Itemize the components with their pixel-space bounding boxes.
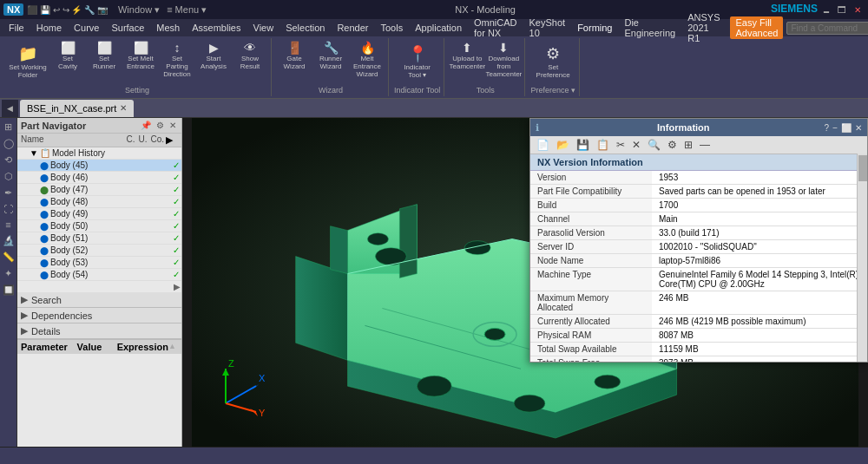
menu-curve[interactable]: Curve <box>69 22 104 34</box>
info-tb-minus[interactable]: — <box>697 138 713 152</box>
info-scroll-area[interactable]: Version1953Part File CompatibilitySaved … <box>530 171 867 362</box>
icon-bar-btn-4[interactable]: ⬡ <box>3 169 15 184</box>
upload-teamcenter-button[interactable]: ⬆ Upload toTeamcenter <box>450 40 484 84</box>
info-tb-save[interactable]: 💾 <box>574 138 592 152</box>
menu-tools[interactable]: Tools <box>376 22 409 34</box>
icon-bar-btn-6[interactable]: ⛶ <box>2 202 15 216</box>
icon-bar-btn-5[interactable]: ✒ <box>3 186 14 200</box>
sidebar-close-button[interactable]: ✕ <box>168 120 178 131</box>
find-command-input[interactable] <box>786 22 868 35</box>
menu-ansys[interactable]: ANSYS 2021 R1 <box>682 11 725 44</box>
nav-item-body-47[interactable]: ⬤ Body (47) ✓ <box>17 184 181 196</box>
nav-section-dependencies[interactable]: ▶ Dependencies <box>17 308 181 323</box>
menu-keyshot[interactable]: KeyShot 10 <box>524 16 571 39</box>
download-teamcenter-label: Download fromTeamcenter <box>485 56 522 78</box>
runner-wizard-button[interactable]: 🔧 RunnerWizard <box>313 40 348 84</box>
easy-fill-button[interactable]: Easy Fill Advanced <box>730 16 783 39</box>
nav-item-body-45[interactable]: ⬤ Body (45) ✓ <box>17 160 181 172</box>
set-melt-entrance-button[interactable]: ⬜ Set MeltEntrance <box>123 40 158 84</box>
info-tb-cut[interactable]: ✂ <box>614 138 628 152</box>
sidebar-title: Part Navigator <box>21 121 86 131</box>
nav-item-body-53[interactable]: ⬤ Body (53) ✓ <box>17 257 181 269</box>
info-row-value: Saved parts can be opened in 1953 or lat… <box>652 185 867 199</box>
menu-assemblies[interactable]: Assemblies <box>187 22 246 34</box>
viewport[interactable]: X Y Z ℹ Information ? − ⬜ ✕ 📄 📂 <box>182 118 868 464</box>
minimize-button[interactable]: 🗕 <box>819 3 833 16</box>
nav-item-body-50[interactable]: ⬤ Body (50) ✓ <box>17 220 181 232</box>
param-col-sort[interactable]: ▲ <box>168 342 178 352</box>
gate-wizard-button[interactable]: 🚪 GateWizard <box>277 40 312 84</box>
info-tb-table[interactable]: ⊞ <box>681 138 695 152</box>
menu-surface[interactable]: Surface <box>106 22 149 34</box>
menu-omnicad[interactable]: OmniCAD for NX <box>469 16 523 39</box>
menu-file[interactable]: File <box>3 22 30 34</box>
nav-scroll-right[interactable]: ▶ <box>17 281 181 292</box>
nav-section-details[interactable]: ▶ Details <box>17 323 181 339</box>
nav-scroll-arrow[interactable]: ▶ <box>166 134 180 146</box>
set-preference-button[interactable]: ⚙ SetPreference <box>532 40 574 84</box>
nav-body-51-check: ✓ <box>173 233 180 243</box>
menu-forming[interactable]: Forming <box>572 22 617 34</box>
info-close-button[interactable]: ✕ <box>855 123 862 133</box>
menu-menu[interactable]: ≡ Menu ▾ <box>167 4 207 16</box>
upload-teamcenter-label: Upload toTeamcenter <box>449 56 485 71</box>
sidebar-header-icons: 📌 ⚙ ✕ <box>139 120 178 131</box>
icon-bar-btn-2[interactable]: ◯ <box>2 136 16 151</box>
show-result-button[interactable]: 👁 ShowResult <box>233 40 267 84</box>
icon-bar-btn-3[interactable]: ⟲ <box>3 153 14 167</box>
maximize-button[interactable]: 🗖 <box>835 3 849 16</box>
menu-view[interactable]: View <box>248 22 279 34</box>
nav-item-body-49[interactable]: ⬤ Body (49) ✓ <box>17 208 181 220</box>
menu-mesh[interactable]: Mesh <box>151 22 185 34</box>
info-maximize-button[interactable]: ⬜ <box>841 123 852 133</box>
menu-selection[interactable]: Selection <box>280 22 330 34</box>
icon-bar-btn-8[interactable]: 🔬 <box>1 233 16 248</box>
indicator-tool-button[interactable]: 📍 Indicator Tool ▾ <box>397 40 438 84</box>
file-tab-close[interactable]: ✕ <box>120 103 127 113</box>
nav-item-body-51[interactable]: ⬤ Body (51) ✓ <box>17 232 181 245</box>
info-tb-new[interactable]: 📄 <box>534 138 552 152</box>
file-tab-active[interactable]: BSE_in_NX_case.prt ✕ <box>20 100 134 117</box>
info-tb-find[interactable]: 🔍 <box>645 138 663 152</box>
icon-bar-btn-10[interactable]: ✦ <box>3 266 14 281</box>
nav-item-body-46[interactable]: ⬤ Body (46) ✓ <box>17 172 181 184</box>
icon-bar-btn-7[interactable]: ≡ <box>3 218 12 232</box>
menu-die[interactable]: Die Engineering <box>619 16 681 39</box>
icon-bar-btn-11[interactable]: 🔲 <box>1 283 16 297</box>
set-runner-button[interactable]: ⬜ SetRunner <box>87 40 122 84</box>
svg-text:Z: Z <box>228 360 234 369</box>
nav-body-46-icon: ⬤ <box>40 173 49 182</box>
window-menu[interactable]: Window ▾ <box>118 4 160 16</box>
info-scrollbar-thumb[interactable] <box>858 155 867 181</box>
nav-body-54-label: Body (54) <box>50 270 171 279</box>
menu-render[interactable]: Render <box>332 22 373 34</box>
close-button[interactable]: ✕ <box>851 3 865 16</box>
info-tb-copy[interactable]: 📋 <box>594 138 612 152</box>
nav-item-body-54[interactable]: ⬤ Body (54) ✓ <box>17 269 181 281</box>
set-parting-direction-button[interactable]: ↕ Set PartingDirection <box>160 40 194 84</box>
info-minimize-button[interactable]: − <box>832 123 838 133</box>
set-cavity-button[interactable]: ⬜ SetCavity <box>50 40 85 84</box>
sidebar-pin-button[interactable]: 📌 <box>139 120 153 131</box>
nav-item-model-history[interactable]: ▼ 📋 Model History <box>17 147 181 160</box>
nav-item-body-48[interactable]: ⬤ Body (48) ✓ <box>17 196 181 208</box>
melt-entrance-wizard-button[interactable]: 🔥 Melt EntranceWizard <box>350 40 385 84</box>
set-working-folder-button[interactable]: 📁 Set WorkingFolder <box>7 40 49 84</box>
start-analysis-button[interactable]: ▶ StartAnalysis <box>196 40 231 84</box>
menu-application[interactable]: Application <box>410 22 467 34</box>
icon-bar-btn-9[interactable]: 📏 <box>1 250 16 265</box>
info-tb-delete[interactable]: ✕ <box>629 138 643 152</box>
indicator-label: Indicator Tool <box>394 86 440 95</box>
nav-item-body-52[interactable]: ⬤ Body (52) ✓ <box>17 245 181 257</box>
nav-col-name: Name <box>19 134 124 146</box>
info-help-button[interactable]: ? <box>825 123 830 133</box>
info-scrollbar[interactable] <box>857 154 867 362</box>
nav-body-54-icon: ⬤ <box>40 271 49 279</box>
info-tb-open[interactable]: 📂 <box>554 138 572 152</box>
sidebar-settings-button[interactable]: ⚙ <box>155 120 166 131</box>
menu-home[interactable]: Home <box>31 22 67 34</box>
nav-section-search[interactable]: ▶ Search <box>17 292 181 308</box>
download-teamcenter-button[interactable]: ⬇ Download fromTeamcenter <box>486 40 521 84</box>
info-tb-settings[interactable]: ⚙ <box>665 138 680 152</box>
icon-bar-btn-1[interactable]: ⊞ <box>3 120 14 134</box>
